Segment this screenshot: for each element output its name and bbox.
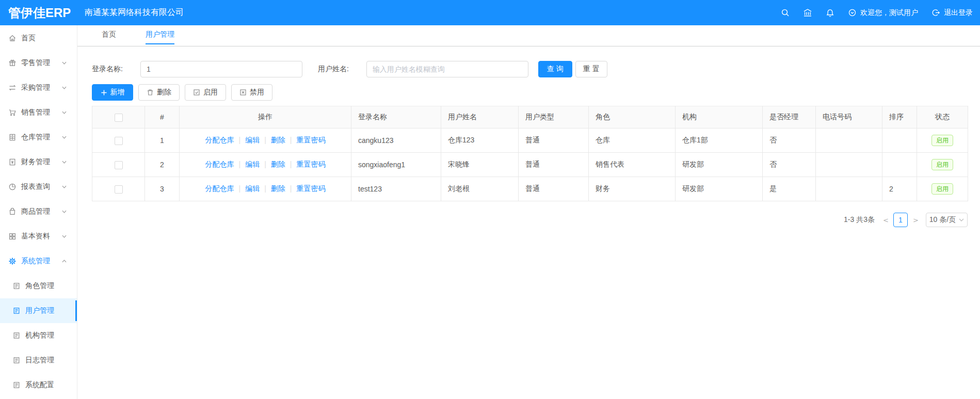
chevron-down-icon — [62, 235, 67, 238]
main-area: 首页 用户管理 登录名称: 用户姓名: 查 询 重 置 新增 删除 启用 禁用 … — [77, 25, 980, 399]
reset-button[interactable]: 重 置 — [575, 61, 607, 77]
cell-index: 1 — [145, 129, 180, 153]
sidebar-item-purchase[interactable]: 采购管理 — [0, 75, 77, 100]
cell-index: 3 — [145, 177, 180, 201]
user-name-input[interactable] — [366, 61, 528, 77]
chevron-down-icon — [62, 161, 67, 164]
add-button[interactable]: 新增 — [92, 84, 133, 101]
sidebar-item-org[interactable]: 机构管理 — [0, 323, 77, 348]
delete-link[interactable]: 删除 — [271, 184, 285, 193]
sidebar-item-finance[interactable]: 财务管理 — [0, 150, 77, 174]
page-size-select[interactable]: 10 条/页 — [926, 213, 968, 227]
assign-warehouse-link[interactable]: 分配仓库 — [205, 184, 234, 193]
cell-type: 普通 — [519, 177, 589, 201]
sidebar-item-label: 首页 — [21, 34, 36, 43]
tab-home[interactable]: 首页 — [102, 25, 116, 44]
sidebar-item-user[interactable]: 用户管理 — [0, 298, 77, 323]
prev-page-button[interactable]: < — [883, 216, 888, 224]
disable-button[interactable]: 禁用 — [231, 84, 272, 101]
sidebar-item-system[interactable]: 系统管理 — [0, 249, 77, 274]
assign-warehouse-link[interactable]: 分配仓库 — [205, 136, 234, 144]
logout-button[interactable]: 退出登录 — [931, 8, 973, 18]
doc-icon — [12, 331, 21, 340]
column-header: 机构 — [676, 106, 763, 129]
cell-login: songxiaofeng1 — [351, 153, 441, 177]
filter-row: 登录名称: 用户姓名: 查 询 重 置 — [92, 61, 968, 77]
edit-link[interactable]: 编辑 — [245, 184, 260, 193]
row-checkbox[interactable] — [115, 161, 123, 169]
sidebar-item-home[interactable]: 首页 — [0, 26, 77, 51]
sidebar: 首页零售管理采购管理销售管理仓库管理财务管理报表查询商品管理基本资料系统管理角色… — [0, 25, 77, 399]
edit-link[interactable]: 编辑 — [245, 136, 260, 144]
sidebar-item-log[interactable]: 日志管理 — [0, 348, 77, 373]
row-checkbox[interactable] — [115, 137, 123, 145]
cell-name: 宋晓锋 — [441, 153, 519, 177]
warehouse-icon — [8, 133, 17, 141]
sidebar-item-label: 财务管理 — [21, 157, 50, 167]
cell-name: 刘老根 — [441, 177, 519, 201]
cell-org: 仓库1部 — [676, 129, 763, 153]
sidebar-item-label: 系统管理 — [21, 257, 50, 266]
cell-name: 仓库123 — [441, 129, 519, 153]
sidebar-item-label: 仓库管理 — [21, 133, 50, 142]
company-name: 南通某某网络科技有限公司 — [77, 7, 184, 18]
bell-icon[interactable] — [826, 8, 834, 18]
delete-button[interactable]: 删除 — [138, 84, 180, 101]
sidebar-item-base-data[interactable]: 基本资料 — [0, 224, 77, 249]
welcome-user[interactable]: 欢迎您，测试用户 — [848, 8, 918, 18]
doc-icon — [12, 381, 21, 389]
current-page-button[interactable]: 1 — [893, 213, 908, 227]
cell-index: 2 — [145, 153, 180, 177]
column-header: 用户类型 — [519, 106, 589, 129]
pagination-total: 1-3 共3条 — [844, 215, 875, 225]
cell-manager: 否 — [763, 129, 816, 153]
delete-link[interactable]: 删除 — [271, 136, 285, 144]
login-name-input[interactable] — [140, 61, 302, 77]
cell-sort: 2 — [882, 177, 917, 201]
edit-link[interactable]: 编辑 — [245, 160, 260, 168]
cell-manager: 否 — [763, 153, 816, 177]
next-page-button[interactable]: > — [913, 216, 918, 224]
sidebar-item-warehouse[interactable]: 仓库管理 — [0, 125, 77, 150]
assign-warehouse-link[interactable]: 分配仓库 — [205, 160, 234, 168]
sidebar-item-sales[interactable]: 销售管理 — [0, 100, 77, 125]
enable-button[interactable]: 启用 — [185, 84, 226, 101]
select-all-checkbox[interactable] — [115, 114, 123, 122]
row-checkbox[interactable] — [115, 185, 123, 194]
sidebar-item-label: 用户管理 — [25, 306, 54, 315]
tab-user-management[interactable]: 用户管理 — [146, 25, 174, 44]
cell-sort — [882, 129, 917, 153]
search-icon[interactable] — [781, 8, 790, 17]
sidebar-item-role[interactable]: 角色管理 — [0, 274, 77, 298]
x-square-icon — [239, 89, 247, 96]
delete-link[interactable]: 删除 — [271, 160, 285, 168]
cell-org: 研发部 — [676, 177, 763, 201]
chevron-down-icon — [62, 61, 67, 65]
search-button[interactable]: 查 询 — [538, 61, 572, 77]
cell-select — [92, 153, 145, 177]
doc-icon — [12, 307, 21, 315]
welcome-text: 欢迎您，测试用户 — [860, 8, 918, 18]
sidebar-item-retail[interactable]: 零售管理 — [0, 51, 77, 75]
cell-sort — [882, 153, 917, 177]
plus-icon — [101, 89, 107, 96]
bank-icon[interactable] — [803, 8, 812, 17]
user-name-label: 用户姓名: — [318, 65, 349, 74]
column-header: 电话号码 — [816, 106, 882, 129]
reset-password-link[interactable]: 重置密码 — [296, 160, 325, 168]
cell-select — [92, 129, 145, 153]
reset-password-link[interactable]: 重置密码 — [296, 136, 325, 144]
chevron-down-icon — [62, 86, 67, 89]
reset-password-link[interactable]: 重置密码 — [296, 184, 325, 193]
cell-operations: 分配仓库|编辑|删除|重置密码 — [180, 177, 351, 201]
cell-phone — [816, 129, 882, 153]
cell-role: 仓库 — [589, 129, 676, 153]
chevron-down-icon — [62, 210, 67, 213]
column-header: 是否经理 — [763, 106, 816, 129]
sidebar-item-config[interactable]: 系统配置 — [0, 373, 77, 397]
base-icon — [8, 232, 17, 241]
column-header: 登录名称 — [351, 106, 441, 129]
sidebar-item-product[interactable]: 商品管理 — [0, 199, 77, 224]
sidebar-item-report[interactable]: 报表查询 — [0, 174, 77, 199]
cell-role: 财务 — [589, 177, 676, 201]
